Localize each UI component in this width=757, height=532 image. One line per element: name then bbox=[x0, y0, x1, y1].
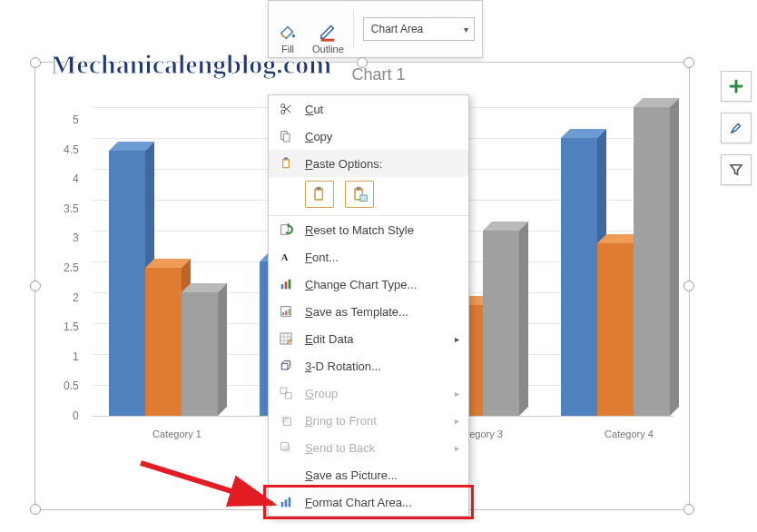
chart-type-icon bbox=[276, 276, 296, 292]
separator bbox=[353, 11, 354, 47]
paste-option-button[interactable] bbox=[345, 181, 374, 208]
y-tick-label: 4 bbox=[73, 172, 79, 185]
submenu-arrow-icon: ▸ bbox=[455, 443, 459, 453]
resize-handle[interactable] bbox=[30, 504, 41, 515]
menu-item-save-pic[interactable]: Save as Picture... bbox=[269, 461, 468, 488]
resize-handle[interactable] bbox=[683, 504, 694, 515]
y-tick-label: 4.5 bbox=[64, 143, 79, 156]
chart-elements-button[interactable] bbox=[721, 71, 752, 102]
svg-rect-13 bbox=[357, 187, 361, 190]
scissors-icon bbox=[276, 101, 296, 117]
submenu-arrow-icon: ▸ bbox=[455, 389, 459, 399]
y-tick-label: 2.5 bbox=[64, 261, 79, 274]
svg-rect-28 bbox=[281, 416, 289, 423]
menu-item-save-template[interactable]: Save as Template... bbox=[269, 298, 468, 325]
svg-rect-22 bbox=[285, 310, 287, 315]
svg-rect-17 bbox=[281, 284, 284, 289]
menu-item-label: Copy bbox=[305, 130, 459, 143]
chart-filters-button[interactable] bbox=[721, 154, 752, 185]
svg-rect-14 bbox=[360, 195, 368, 202]
y-tick-label: 3 bbox=[73, 232, 79, 244]
outline-button[interactable]: Outline bbox=[307, 4, 349, 54]
clipboard-icon bbox=[276, 155, 296, 172]
y-tick-label: 3.5 bbox=[64, 202, 79, 215]
menu-item-label: 3-D Rotation... bbox=[305, 360, 459, 373]
svg-rect-34 bbox=[289, 498, 291, 507]
svg-rect-21 bbox=[282, 312, 284, 315]
menu-item-cut[interactable]: Cut bbox=[269, 95, 468, 123]
svg-rect-18 bbox=[285, 281, 288, 289]
svg-rect-19 bbox=[289, 280, 291, 290]
menu-item-label: Save as Picture... bbox=[305, 468, 459, 482]
chart-styles-button[interactable] bbox=[721, 113, 752, 143]
chart-element-selector[interactable]: Chart Area ▾ bbox=[363, 17, 475, 41]
bar-series-2[interactable] bbox=[145, 268, 182, 416]
y-tick-label: 5 bbox=[73, 113, 79, 126]
svg-rect-25 bbox=[281, 363, 288, 369]
resize-handle[interactable] bbox=[30, 57, 41, 68]
watermark-text: Mechanicalengblog.com bbox=[51, 51, 331, 78]
menu-item-format-area[interactable]: Format Chart Area... bbox=[269, 488, 468, 516]
bar-series-2[interactable] bbox=[597, 243, 634, 416]
template-icon bbox=[276, 303, 296, 320]
svg-text:A: A bbox=[281, 252, 289, 262]
menu-item-reset[interactable]: Reset to Match Style bbox=[269, 216, 468, 243]
y-tick-label: 0.5 bbox=[64, 379, 79, 392]
menu-item-label: Save as Template... bbox=[305, 305, 459, 319]
svg-rect-6 bbox=[283, 161, 288, 167]
svg-rect-33 bbox=[285, 499, 288, 507]
bar-group[interactable]: Category 1 bbox=[109, 151, 245, 416]
context-menu: CutCopyPaste Options:Reset to Match Styl… bbox=[268, 94, 469, 517]
format-chart-icon bbox=[276, 494, 296, 510]
paste-option-button[interactable] bbox=[305, 181, 334, 208]
svg-rect-9 bbox=[316, 191, 322, 199]
y-axis-ticks: 54.543.532.521.510.50 bbox=[64, 107, 79, 416]
y-tick-label: 0 bbox=[73, 409, 79, 422]
menu-item-copy[interactable]: Copy bbox=[269, 123, 468, 150]
selector-value: Chart Area bbox=[371, 23, 423, 35]
menu-item-front: Bring to Front▸ bbox=[269, 407, 468, 434]
menu-item-label: Font... bbox=[305, 251, 459, 264]
rotate-3d-icon bbox=[276, 358, 296, 374]
menu-item-paste-options[interactable]: Paste Options: bbox=[269, 150, 468, 177]
menu-item-edit-data[interactable]: Edit Data▸ bbox=[269, 325, 468, 352]
chevron-down-icon: ▾ bbox=[464, 25, 468, 34]
menu-item-font[interactable]: AFont... bbox=[269, 243, 468, 271]
menu-item-label: Send to Back bbox=[305, 441, 455, 455]
none-icon bbox=[276, 467, 296, 483]
menu-item-label: Edit Data bbox=[305, 332, 455, 346]
edit-data-icon bbox=[276, 330, 296, 347]
menu-item-rot3d[interactable]: 3-D Rotation... bbox=[269, 352, 468, 379]
bar-series-1[interactable] bbox=[561, 138, 597, 416]
svg-rect-32 bbox=[281, 502, 284, 507]
bar-group[interactable]: Category 4 bbox=[561, 107, 697, 416]
bring-front-icon bbox=[276, 412, 296, 429]
menu-item-back: Send to Back▸ bbox=[269, 434, 468, 461]
svg-rect-24 bbox=[280, 333, 291, 344]
bar-series-3[interactable] bbox=[634, 107, 670, 416]
menu-item-label: Cut bbox=[305, 103, 459, 116]
svg-rect-4 bbox=[283, 133, 290, 142]
plus-icon bbox=[728, 78, 744, 94]
resize-handle[interactable] bbox=[30, 281, 41, 291]
copy-sheets-icon bbox=[276, 128, 296, 144]
fill-button[interactable]: Fill bbox=[272, 4, 303, 54]
bar-series-3[interactable] bbox=[182, 292, 218, 416]
category-label: Category 4 bbox=[605, 429, 654, 439]
menu-item-label: Format Chart Area... bbox=[305, 496, 459, 509]
menu-item-label: Paste Options: bbox=[305, 157, 459, 171]
resize-handle[interactable] bbox=[683, 57, 694, 68]
category-label: Category 1 bbox=[152, 429, 202, 439]
bar-series-1[interactable] bbox=[109, 151, 145, 416]
chart-title[interactable]: Chart 1 bbox=[351, 65, 405, 84]
bar-series-3[interactable] bbox=[483, 231, 519, 416]
clipboard-icon bbox=[310, 185, 329, 203]
menu-item-change-type[interactable]: Change Chart Type... bbox=[269, 271, 468, 298]
svg-rect-30 bbox=[283, 445, 290, 452]
menu-item-label: Bring to Front bbox=[305, 414, 455, 428]
letter-a-icon: A bbox=[276, 249, 296, 265]
svg-rect-7 bbox=[284, 157, 288, 160]
menu-item-group: Group▸ bbox=[269, 379, 468, 407]
menu-item-label: Group bbox=[305, 387, 455, 400]
submenu-arrow-icon: ▸ bbox=[455, 334, 459, 344]
